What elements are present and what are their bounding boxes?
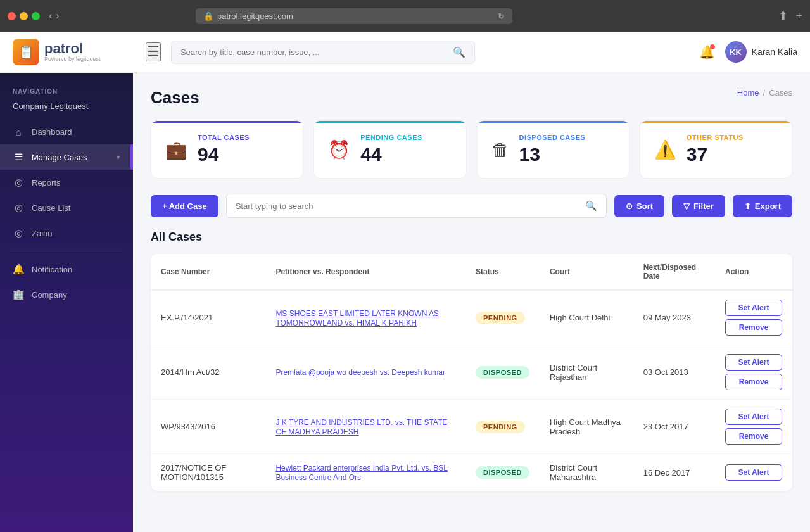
sidebar-item-zaian[interactable]: ◎ Zaian <box>0 220 133 246</box>
address-bar[interactable]: 🔒 patrol.legitquest.com ↻ <box>196 8 512 24</box>
forward-button[interactable]: › <box>56 10 59 22</box>
sidebar-item-label: Manage Cases <box>32 153 87 162</box>
cell-petitioner: Premlata @pooja wo deepesh vs. Deepesh k… <box>265 345 465 400</box>
sidebar-item-manage-cases[interactable]: ☰ Manage Cases ▾ <box>0 144 133 170</box>
add-case-button[interactable]: + Add Case <box>151 195 218 217</box>
user-name: Karan Kalia <box>752 47 797 57</box>
close-dot[interactable] <box>8 12 16 20</box>
cell-court: District Court Rajasthan <box>540 345 633 400</box>
user-area[interactable]: KK Karan Kalia <box>725 41 797 63</box>
cell-case-number: 2017/NOTICE OF MOTION/101315 <box>151 454 265 491</box>
export-icon: ⬆ <box>744 201 751 211</box>
col-action: Action <box>715 254 792 290</box>
warning-icon: ⚠️ <box>654 139 676 160</box>
export-button[interactable]: ⬆ Export <box>733 195 792 217</box>
stat-card-total: 💼 TOTAL CASES 94 <box>151 120 303 179</box>
other-status-value: 37 <box>687 144 744 165</box>
header-right: 🔔 KK Karan Kalia <box>699 41 797 63</box>
cell-case-number: WP/9343/2016 <box>151 400 265 454</box>
pending-cases-label: PENDING CASES <box>360 134 422 141</box>
cell-case-number: 2014/Hm Act/32 <box>151 345 265 400</box>
sidebar-section-label: NAVIGATION <box>0 83 133 98</box>
disposed-cases-value: 13 <box>519 144 586 165</box>
table-row: 2017/NOTICE OF MOTION/101315 Hewlett Pac… <box>151 454 792 491</box>
cell-action: Set AlertRemove <box>715 400 792 454</box>
chevron-down-icon: ▾ <box>117 153 120 162</box>
browser-dots <box>8 12 40 20</box>
company-label: Company:Legitquest <box>0 98 133 120</box>
sidebar-item-notification[interactable]: 🔔 Notification <box>0 256 133 282</box>
sidebar-item-label: Dashboard <box>32 127 72 137</box>
stat-card-disposed: 🗑 DISPOSED CASES 13 <box>477 120 630 179</box>
new-tab-button[interactable]: + <box>795 9 802 23</box>
case-link[interactable]: Premlata @pooja wo deepesh vs. Deepesh k… <box>275 368 445 377</box>
cases-search-input[interactable] <box>236 201 580 211</box>
cell-court: High Court Madhya Pradesh <box>540 400 633 454</box>
cause-list-icon: ◎ <box>13 202 24 213</box>
browser-actions: ⬆ + <box>778 9 802 23</box>
sort-label: Sort <box>636 201 653 211</box>
set-alert-button[interactable]: Set Alert <box>725 464 782 481</box>
notification-button[interactable]: 🔔 <box>699 44 715 60</box>
case-link[interactable]: J K TYRE AND INDUSTRIES LTD. vs. THE STA… <box>275 418 447 436</box>
global-search-input[interactable] <box>180 48 448 57</box>
sidebar: NAVIGATION Company:Legitquest ⌂ Dashboar… <box>0 73 133 532</box>
back-button[interactable]: ‹ <box>49 10 52 22</box>
col-status: Status <box>465 254 540 290</box>
zaian-icon: ◎ <box>13 227 24 239</box>
browser-chrome: ‹ › 🔒 patrol.legitquest.com ↻ ⬆ + <box>0 0 810 32</box>
global-search-icon[interactable]: 🔍 <box>453 46 465 58</box>
remove-button[interactable]: Remove <box>725 428 782 445</box>
global-search-bar[interactable]: 🔍 <box>171 41 475 64</box>
breadcrumb: Home / Cases <box>737 88 792 98</box>
notification-dot <box>710 44 715 49</box>
sidebar-item-reports[interactable]: ◎ Reports <box>0 170 133 195</box>
cell-date: 03 Oct 2013 <box>633 345 715 400</box>
table-header-row: Case Number Petitioner vs. Respondent St… <box>151 254 792 290</box>
cell-date: 16 Dec 2017 <box>633 454 715 491</box>
sidebar-item-cause-list[interactable]: ◎ Cause List <box>0 195 133 220</box>
set-alert-button[interactable]: Set Alert <box>725 408 782 425</box>
stats-grid: 💼 TOTAL CASES 94 ⏰ PENDING CASES 44 🗑 DI… <box>151 120 792 179</box>
col-petitioner: Petitioner vs. Respondent <box>265 254 465 290</box>
total-cases-label: TOTAL CASES <box>198 134 250 141</box>
set-alert-button[interactable]: Set Alert <box>725 300 782 316</box>
status-badge: DISPOSED <box>476 366 529 379</box>
cell-status: PENDING <box>465 290 540 345</box>
case-link[interactable]: MS SHOES EAST LIMITED LATER KNOWN AS TOM… <box>275 309 439 327</box>
sidebar-item-dashboard[interactable]: ⌂ Dashboard <box>0 120 133 144</box>
breadcrumb-home[interactable]: Home <box>737 88 759 98</box>
sidebar-item-label: Zaian <box>32 229 53 238</box>
status-badge: PENDING <box>476 421 525 433</box>
url-text: patrol.legitquest.com <box>217 11 293 21</box>
refresh-icon[interactable]: ↻ <box>498 11 505 21</box>
sidebar-item-label: Company <box>32 290 67 300</box>
set-alert-button[interactable]: Set Alert <box>725 354 782 370</box>
minimize-dot[interactable] <box>20 12 28 20</box>
case-link[interactable]: Hewlett Packard enterprises India Pvt. L… <box>275 464 447 482</box>
filter-button[interactable]: ▽ Filter <box>672 195 725 217</box>
breadcrumb-separator: / <box>763 88 766 98</box>
header-title-row: Cases Home / Cases <box>151 88 792 120</box>
col-case-number: Case Number <box>151 254 265 290</box>
cell-date: 23 Oct 2017 <box>633 400 715 454</box>
cases-search-bar[interactable]: 🔍 <box>226 194 607 218</box>
remove-button[interactable]: Remove <box>725 374 782 390</box>
cell-action: Set AlertRemove <box>715 345 792 400</box>
other-status-label: OTHER STATUS <box>687 134 744 141</box>
share-button[interactable]: ⬆ <box>778 9 788 23</box>
stat-card-pending: ⏰ PENDING CASES 44 <box>313 120 466 179</box>
maximize-dot[interactable] <box>32 12 40 20</box>
table-row: EX.P./14/2021 MS SHOES EAST LIMITED LATE… <box>151 290 792 345</box>
sidebar-item-company[interactable]: 🏢 Company <box>0 282 133 307</box>
sort-button[interactable]: ⊙ Sort <box>614 195 664 217</box>
cell-petitioner: MS SHOES EAST LIMITED LATER KNOWN AS TOM… <box>265 290 465 345</box>
stat-card-other: ⚠️ OTHER STATUS 37 <box>640 120 792 179</box>
cell-status: PENDING <box>465 400 540 454</box>
pending-cases-value: 44 <box>360 144 422 165</box>
hamburger-button[interactable]: ☰ <box>146 42 161 61</box>
briefcase-icon: 💼 <box>165 139 187 160</box>
remove-button[interactable]: Remove <box>725 319 782 336</box>
list-icon: ☰ <box>13 151 24 163</box>
status-badge: PENDING <box>476 312 525 324</box>
